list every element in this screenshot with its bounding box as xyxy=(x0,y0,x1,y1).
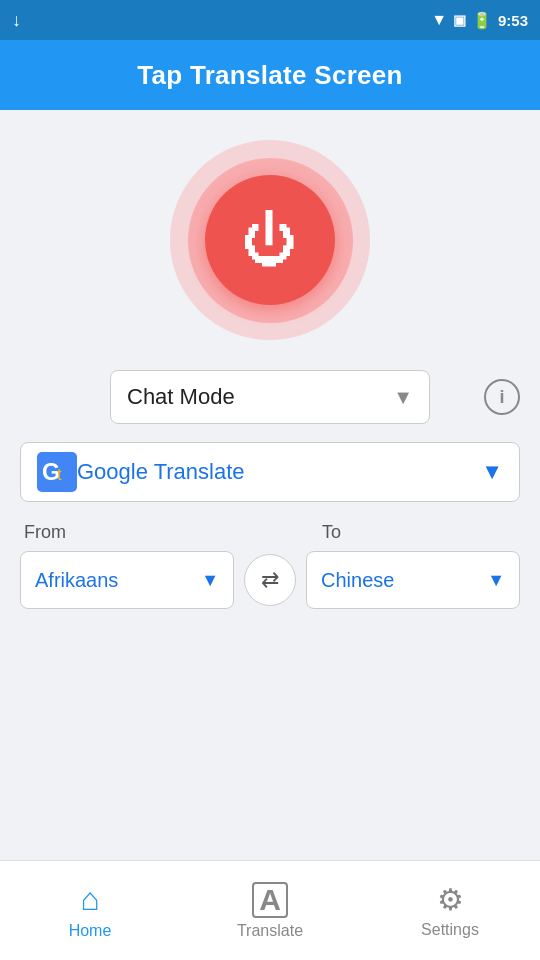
battery-icon: 🔋 xyxy=(472,11,492,30)
bottom-navigation: ⌂ Home A Translate ⚙ Settings xyxy=(0,860,540,960)
status-time: 9:53 xyxy=(498,12,528,29)
translate-service-label: Google Translate xyxy=(77,459,481,485)
nav-settings-label: Settings xyxy=(421,921,479,939)
from-language-chevron-icon: ▼ xyxy=(201,570,219,591)
power-ring-outer: ⏻ xyxy=(170,140,370,340)
info-icon: i xyxy=(499,387,504,408)
to-language-dropdown[interactable]: Chinese ▼ xyxy=(306,551,520,609)
nav-item-home[interactable]: ⌂ Home xyxy=(0,871,180,950)
page-title: Tap Translate Screen xyxy=(137,60,403,91)
from-language-label: Afrikaans xyxy=(35,569,118,592)
app-header: Tap Translate Screen xyxy=(0,40,540,110)
chat-mode-dropdown[interactable]: Chat Mode ▼ xyxy=(110,370,430,424)
power-button-container[interactable]: ⏻ xyxy=(170,140,370,340)
to-label: To xyxy=(310,522,520,543)
settings-icon: ⚙ xyxy=(437,882,464,917)
language-labels: From To xyxy=(20,522,520,543)
power-icon: ⏻ xyxy=(242,212,298,268)
language-section: From To Afrikaans ▼ ⇄ Chinese ▼ xyxy=(20,522,520,609)
chat-mode-row: Chat Mode ▼ i xyxy=(20,370,520,424)
nav-home-label: Home xyxy=(69,922,112,940)
translate-service-dropdown[interactable]: G t Google Translate ▼ xyxy=(20,442,520,502)
language-controls: Afrikaans ▼ ⇄ Chinese ▼ xyxy=(20,551,520,609)
from-language-dropdown[interactable]: Afrikaans ▼ xyxy=(20,551,234,609)
nav-item-translate[interactable]: A Translate xyxy=(180,872,360,950)
swap-languages-button[interactable]: ⇄ xyxy=(244,554,296,606)
signal-icon: ▣ xyxy=(453,12,466,28)
chat-mode-label: Chat Mode xyxy=(127,384,235,410)
chat-mode-chevron-icon: ▼ xyxy=(393,386,413,409)
translate-nav-icon: A xyxy=(252,882,288,918)
power-ring-middle: ⏻ xyxy=(188,158,353,323)
info-button[interactable]: i xyxy=(484,379,520,415)
power-button[interactable]: ⏻ xyxy=(205,175,335,305)
translate-service-chevron-icon: ▼ xyxy=(481,459,503,485)
download-icon: ↓ xyxy=(12,10,21,31)
wifi-icon: ▼ xyxy=(431,11,447,29)
main-content: ⏻ Chat Mode ▼ i G t Google Translate ▼ F… xyxy=(0,110,540,609)
home-icon: ⌂ xyxy=(80,881,99,918)
google-translate-icon: G t xyxy=(37,452,77,492)
to-language-chevron-icon: ▼ xyxy=(487,570,505,591)
nav-item-settings[interactable]: ⚙ Settings xyxy=(360,872,540,949)
svg-text:t: t xyxy=(57,465,62,484)
from-label: From xyxy=(20,522,310,543)
nav-translate-label: Translate xyxy=(237,922,303,940)
status-bar: ↓ ▼ ▣ 🔋 9:53 xyxy=(0,0,540,40)
to-language-label: Chinese xyxy=(321,569,394,592)
swap-icon: ⇄ xyxy=(261,567,279,593)
